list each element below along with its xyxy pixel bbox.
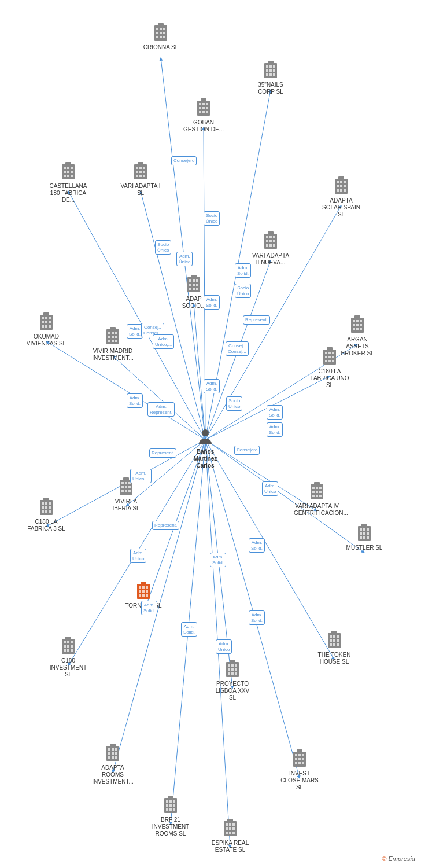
company-node-c180_funo[interactable]: C180 LA FABRICA UNO SL (309, 347, 350, 389)
company-node-adaptasolar[interactable]: ADAPTA SOLAR SPAIN SL (321, 176, 361, 218)
svg-rect-207 (146, 590, 148, 593)
center-node[interactable]: BañosMartinezCarlos (188, 428, 223, 469)
svg-rect-141 (360, 324, 362, 326)
relation-badge-b9[interactable]: Adm.Solid. (127, 324, 143, 339)
relation-badge-b19[interactable]: Consejero (234, 446, 260, 455)
relation-badge-b1[interactable]: Consejero (171, 156, 197, 165)
svg-rect-198 (363, 536, 365, 539)
relation-badge-b18[interactable]: Adm.Solid. (267, 422, 283, 437)
svg-rect-49 (202, 103, 205, 105)
relation-badge-b10[interactable]: Consej..Consej... (226, 341, 249, 356)
svg-rect-280 (229, 823, 231, 826)
svg-rect-192 (363, 528, 365, 531)
company-node-brf21[interactable]: BRF 21 INVESTMENT ROOMS SL (150, 796, 191, 837)
company-node-castellana[interactable]: CASTELLANA 180 FABRICA DE... (48, 162, 88, 204)
relation-badge-b2[interactable]: SocioÚnico (204, 211, 220, 226)
company-node-c180_f3[interactable]: C180 LA FABRICA 3 SL (26, 498, 67, 532)
relation-badge-b16[interactable]: Adm.Represent. (147, 402, 175, 417)
svg-rect-105 (196, 279, 198, 282)
svg-rect-224 (330, 635, 332, 638)
node-label-vivirla_iberia: VIVIRLA IBERIA SL (106, 498, 146, 512)
relation-badge-b8[interactable]: Represent. (243, 315, 270, 325)
relation-badge-b12[interactable]: Adm.Unico,... (153, 334, 174, 349)
relation-badge-b21[interactable]: Adm.Unico,... (130, 469, 152, 483)
svg-rect-37 (266, 65, 268, 68)
company-node-crionna[interactable]: CRIONNA SL (141, 23, 181, 51)
svg-rect-184 (45, 506, 47, 509)
svg-rect-188 (49, 510, 51, 513)
svg-rect-180 (42, 502, 44, 505)
company-node-nails35[interactable]: 35"NAILS CORP SL (250, 61, 291, 95)
svg-rect-211 (141, 582, 146, 584)
svg-rect-51 (199, 107, 201, 109)
svg-rect-90 (338, 176, 344, 179)
svg-rect-101 (268, 231, 274, 234)
relation-badge-b13[interactable]: Adm.Solid. (204, 379, 220, 393)
svg-rect-215 (71, 641, 73, 643)
company-node-okumad[interactable]: OKUMAD VIVIENDAS SL (26, 312, 67, 347)
svg-rect-186 (42, 510, 44, 513)
company-node-c180_inv[interactable]: C180 INVESTMENT SL (48, 637, 88, 678)
svg-rect-63 (67, 171, 69, 173)
svg-rect-218 (71, 645, 73, 648)
svg-rect-257 (166, 800, 168, 803)
svg-rect-67 (71, 175, 73, 177)
svg-rect-225 (333, 635, 335, 638)
relation-badge-b5[interactable]: Adm.Solid. (235, 263, 251, 278)
svg-rect-173 (316, 491, 318, 493)
relation-badge-b24[interactable]: Adm.Unico (130, 549, 146, 563)
svg-rect-40 (266, 69, 268, 72)
svg-rect-43 (266, 73, 268, 76)
relation-badge-b7[interactable]: Adm.Solid. (204, 295, 220, 310)
relation-badge-b28[interactable]: Adm.Solid. (249, 610, 265, 625)
svg-rect-104 (193, 279, 195, 282)
svg-rect-232 (337, 643, 339, 646)
svg-rect-140 (356, 324, 359, 326)
svg-rect-208 (139, 594, 141, 597)
relation-badge-b23[interactable]: Represent. (152, 521, 179, 530)
svg-rect-87 (337, 189, 339, 192)
relation-badge-b25[interactable]: Adm.Solid. (249, 538, 265, 553)
node-label-c180_funo: C180 LA FABRICA UNO SL (309, 368, 350, 389)
svg-rect-216 (64, 645, 66, 648)
svg-rect-33 (160, 36, 162, 38)
svg-rect-203 (142, 586, 145, 589)
company-node-goban[interactable]: GOBAN GESTION DE... (183, 98, 224, 133)
node-label-mustler: MUSTLER SL (346, 545, 383, 551)
relation-badge-b30[interactable]: Adm.Unico (216, 639, 232, 654)
relation-badge-b17[interactable]: Adm.Solid. (267, 405, 283, 420)
company-node-vari4[interactable]: VARI ADAPTA IV GENTRIFICACION... (297, 482, 337, 517)
relation-badge-b3[interactable]: SocioÚnico (155, 240, 171, 255)
svg-rect-255 (110, 744, 116, 746)
svg-rect-142 (353, 328, 355, 330)
watermark: © Empresia (382, 855, 415, 862)
person-icon (198, 428, 213, 448)
company-node-espika[interactable]: ESPIKA REAL ESTATE SL (210, 819, 250, 854)
svg-rect-193 (367, 528, 369, 531)
svg-rect-159 (125, 482, 127, 484)
company-node-adapta_rooms[interactable]: ADAPTA ROOMS INVESTMENT... (93, 744, 133, 785)
relation-badge-b29[interactable]: Adm.Solid. (181, 622, 197, 637)
relation-badge-b22[interactable]: Adm.Unico (262, 481, 278, 496)
svg-rect-248 (115, 748, 117, 751)
company-node-proyecto_lisboa[interactable]: PROYECTO LISBOA XXV SL (212, 660, 253, 701)
building-icon-mustler (356, 524, 372, 545)
relation-badge-b26[interactable]: Adm.Solid. (141, 601, 157, 615)
relation-badge-b14[interactable]: SocioUnico (226, 396, 242, 411)
relation-badge-b15[interactable]: Adm.Solid. (127, 393, 143, 408)
company-node-mustler[interactable]: MUSTLER SL (344, 524, 385, 551)
svg-rect-50 (206, 103, 208, 105)
building-icon-adaptasolar (333, 176, 349, 197)
node-label-okumad: OKUMAD VIVIENDAS SL (26, 333, 67, 347)
company-node-token_house[interactable]: THE TOKEN HOUSE SL (314, 631, 354, 665)
svg-rect-274 (295, 762, 297, 764)
company-node-invest_close[interactable]: INVEST CLOSE MARS SL (279, 749, 320, 791)
svg-rect-284 (232, 827, 235, 830)
company-node-vari1[interactable]: VARI ADAPTA I SL (120, 162, 161, 197)
company-node-vari2[interactable]: VARI ADAPTA II NUEVA... (250, 231, 291, 266)
building-icon-tornera (135, 582, 152, 602)
relation-badge-b4[interactable]: Adm.Único (176, 252, 193, 266)
relation-badge-b6[interactable]: SocioÚnico (235, 284, 251, 298)
relation-badge-b27[interactable]: Adm.Solid. (210, 553, 226, 567)
relation-badge-b20[interactable]: Represent. (149, 448, 176, 458)
